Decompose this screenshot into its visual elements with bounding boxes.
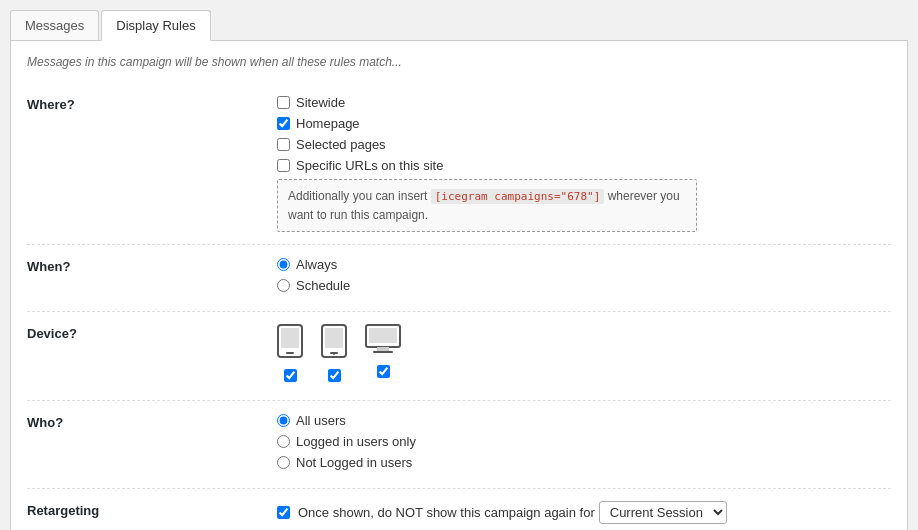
- tab-display-rules[interactable]: Display Rules: [101, 10, 210, 41]
- svg-rect-10: [373, 351, 393, 353]
- svg-rect-5: [325, 328, 343, 348]
- all-users-label[interactable]: All users: [296, 413, 346, 428]
- always-label[interactable]: Always: [296, 257, 337, 272]
- not-logged-in-label[interactable]: Not Logged in users: [296, 455, 412, 470]
- where-label: Where?: [27, 95, 277, 112]
- all-users-row: All users: [277, 413, 891, 428]
- device-label: Device?: [27, 324, 277, 341]
- homepage-row: Homepage: [277, 116, 891, 131]
- svg-rect-8: [369, 328, 397, 343]
- not-logged-in-radio[interactable]: [277, 456, 290, 469]
- selected-pages-label[interactable]: Selected pages: [296, 137, 386, 152]
- schedule-row: Schedule: [277, 278, 891, 293]
- selected-pages-checkbox[interactable]: [277, 138, 290, 151]
- logged-in-row: Logged in users only: [277, 434, 891, 449]
- homepage-label[interactable]: Homepage: [296, 116, 360, 131]
- mobile-checkbox[interactable]: [284, 369, 297, 382]
- retargeting-content: Once shown, do NOT show this campaign ag…: [277, 501, 891, 531]
- shortcode-hint: Additionally you can insert [icegram cam…: [277, 179, 697, 232]
- subtitle: Messages in this campaign will be shown …: [27, 55, 891, 69]
- svg-rect-2: [281, 328, 299, 348]
- specific-urls-checkbox[interactable]: [277, 159, 290, 172]
- device-icons: [277, 324, 891, 382]
- desktop-device: [365, 324, 401, 382]
- retarget-rule1-label: Once shown, do NOT show this campaign ag…: [277, 501, 727, 524]
- retarget-rule1-select[interactable]: Current Session 1 Day 1 Week 1 Month For…: [599, 501, 727, 524]
- retarget-rule1-checkbox[interactable]: [277, 506, 290, 519]
- specific-urls-row: Specific URLs on this site: [277, 158, 891, 173]
- selected-pages-row: Selected pages: [277, 137, 891, 152]
- not-logged-in-row: Not Logged in users: [277, 455, 891, 470]
- mobile-icon: [277, 324, 303, 365]
- schedule-label[interactable]: Schedule: [296, 278, 350, 293]
- logged-in-label[interactable]: Logged in users only: [296, 434, 416, 449]
- mobile-device: [277, 324, 303, 382]
- always-radio[interactable]: [277, 258, 290, 271]
- panel: Messages in this campaign will be shown …: [10, 41, 908, 530]
- svg-rect-1: [286, 352, 294, 354]
- tablet-checkbox[interactable]: [328, 369, 341, 382]
- when-label: When?: [27, 257, 277, 274]
- where-row: Where? Sitewide Homepage Selected pages …: [27, 83, 891, 245]
- schedule-radio[interactable]: [277, 279, 290, 292]
- svg-rect-9: [377, 347, 389, 351]
- tablet-icon: [321, 324, 347, 365]
- desktop-checkbox[interactable]: [377, 365, 390, 378]
- retargeting-label: Retargeting: [27, 501, 277, 518]
- tab-messages[interactable]: Messages: [10, 10, 99, 40]
- who-row: Who? All users Logged in users only Not …: [27, 401, 891, 489]
- desktop-icon: [365, 324, 401, 361]
- logged-in-radio[interactable]: [277, 435, 290, 448]
- retarget-rule1: Once shown, do NOT show this campaign ag…: [277, 501, 891, 524]
- shortcode-value: [icegram campaigns="678"]: [431, 189, 605, 204]
- sitewide-row: Sitewide: [277, 95, 891, 110]
- homepage-checkbox[interactable]: [277, 117, 290, 130]
- sitewide-label[interactable]: Sitewide: [296, 95, 345, 110]
- tablet-device: [321, 324, 347, 382]
- when-row: When? Always Schedule: [27, 245, 891, 312]
- who-label: Who?: [27, 413, 277, 430]
- all-users-radio[interactable]: [277, 414, 290, 427]
- device-content: [277, 324, 891, 388]
- when-content: Always Schedule: [277, 257, 891, 299]
- where-content: Sitewide Homepage Selected pages Specifi…: [277, 95, 891, 232]
- who-content: All users Logged in users only Not Logge…: [277, 413, 891, 476]
- always-row: Always: [277, 257, 891, 272]
- sitewide-checkbox[interactable]: [277, 96, 290, 109]
- specific-urls-label[interactable]: Specific URLs on this site: [296, 158, 443, 173]
- retargeting-row: Retargeting Once shown, do NOT show this…: [27, 489, 891, 531]
- tab-bar: Messages Display Rules: [10, 10, 908, 41]
- device-row: Device?: [27, 312, 891, 401]
